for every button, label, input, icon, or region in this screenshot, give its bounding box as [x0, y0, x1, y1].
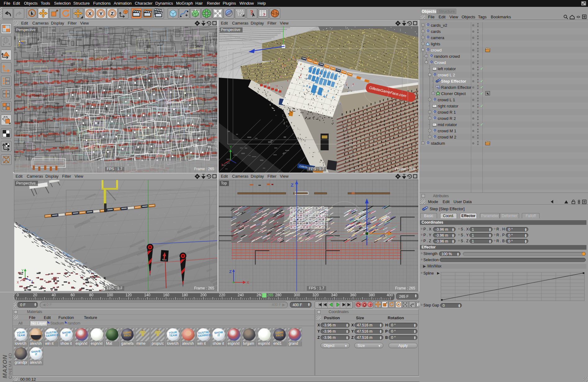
svg-text:?: ?	[369, 303, 371, 307]
svg-text:280: 280	[275, 293, 281, 297]
svg-text:260: 260	[257, 293, 263, 297]
svg-text:80: 80	[89, 293, 93, 297]
svg-text:0: 0	[17, 293, 19, 297]
svg-text:360: 360	[350, 293, 356, 297]
svg-text:X: X	[247, 280, 249, 285]
svg-text:X: X	[17, 281, 19, 284]
svg-text:40: 40	[52, 293, 56, 297]
svg-text:220: 220	[219, 293, 225, 297]
svg-text:160: 160	[163, 293, 169, 297]
svg-text:300: 300	[294, 293, 300, 297]
svg-text:aa: aa	[433, 105, 435, 107]
svg-text:Z: Z	[291, 182, 294, 188]
svg-text:380: 380	[369, 293, 375, 297]
svg-text:CINEMA 4D: CINEMA 4D	[8, 353, 12, 379]
svg-text:aa: aa	[433, 67, 435, 69]
svg-text:180: 180	[182, 293, 188, 297]
svg-text:320: 320	[312, 293, 319, 297]
svg-text:aa: aa	[433, 123, 435, 125]
svg-text:MAXON: MAXON	[2, 355, 8, 378]
svg-text:340: 340	[331, 293, 337, 297]
svg-text:Next: Next	[162, 258, 167, 261]
svg-text:Z: Z	[31, 280, 33, 284]
svg-text:200: 200	[200, 293, 207, 297]
svg-text:?: ?	[263, 13, 265, 17]
svg-text:Y: Y	[230, 145, 232, 149]
svg-text:X: X	[221, 163, 223, 167]
svg-text:Z: Z	[111, 11, 113, 16]
svg-text:140: 140	[144, 293, 150, 297]
svg-text:P: P	[398, 303, 399, 306]
svg-text:100: 100	[107, 293, 113, 297]
svg-text:240: 240	[238, 293, 244, 297]
svg-text:Y: Y	[99, 11, 103, 16]
svg-text:120: 120	[125, 293, 132, 297]
svg-text:X: X	[88, 11, 91, 16]
svg-text:400: 400	[387, 293, 393, 297]
svg-text:265: 265	[267, 293, 273, 297]
svg-text:60: 60	[71, 293, 75, 297]
svg-text:20: 20	[33, 293, 37, 297]
svg-text:Z: Z	[229, 269, 232, 274]
svg-text:Y: Y	[21, 269, 24, 272]
